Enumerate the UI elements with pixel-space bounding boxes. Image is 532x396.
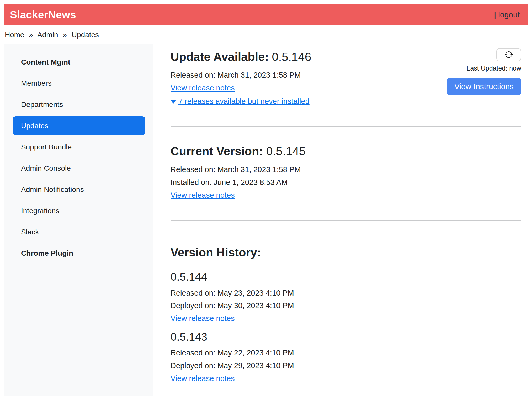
- history-release-notes-link[interactable]: View release notes: [171, 314, 235, 323]
- version-history-section: Version History: 0.5.144 Released on: Ma…: [171, 221, 521, 387]
- refresh-button[interactable]: [496, 48, 521, 61]
- version-history-heading: Version History:: [171, 246, 521, 259]
- update-available-version: 0.5.146: [272, 50, 311, 63]
- main-content: Last Updated: now View Instructions Upda…: [153, 44, 528, 396]
- sidebar-item-members[interactable]: Members: [13, 74, 145, 93]
- view-instructions-button[interactable]: View Instructions: [447, 78, 521, 95]
- refresh-icon: [504, 50, 513, 59]
- last-updated-text: Last Updated: now: [447, 65, 521, 72]
- sidebar-item-admin-notifications[interactable]: Admin Notifications: [13, 180, 145, 199]
- app-header: SlackerNews | logout: [4, 4, 528, 25]
- breadcrumb-item-updates: Updates: [72, 31, 99, 39]
- update-release-notes-link[interactable]: View release notes: [171, 84, 235, 92]
- sidebar-item-admin-console[interactable]: Admin Console: [13, 159, 145, 178]
- breadcrumb-separator: »: [63, 31, 67, 39]
- history-release-notes-link[interactable]: View release notes: [171, 374, 235, 383]
- history-released-text: Released on: May 23, 2023 4:10 PM: [171, 289, 521, 297]
- page-layout: Content Mgmt Members Departments Updates…: [4, 44, 528, 396]
- history-released-text: Released on: May 22, 2023 4:10 PM: [171, 349, 521, 357]
- sidebar-item-updates[interactable]: Updates: [13, 116, 145, 135]
- current-release-notes-link[interactable]: View release notes: [171, 191, 235, 200]
- sidebar-item-slack[interactable]: Slack: [13, 223, 145, 241]
- never-installed-toggle[interactable]: 7 releases available but never installed: [171, 97, 310, 106]
- current-released-text: Released on: March 31, 2023 1:58 PM: [171, 165, 521, 174]
- current-version-label: Current Version:: [171, 145, 263, 158]
- current-version-section: Current Version:0.5.145 Released on: Mar…: [171, 127, 521, 204]
- version-history-entry: 0.5.143 Released on: May 22, 2023 4:10 P…: [171, 331, 521, 387]
- update-tools: Last Updated: now View Instructions: [447, 48, 521, 95]
- current-installed-text: Installed on: June 1, 2023 8:53 AM: [171, 178, 521, 187]
- caret-down-icon: [171, 100, 176, 104]
- version-history-entry: 0.5.144 Released on: May 23, 2023 4:10 P…: [171, 271, 521, 327]
- breadcrumb: Home » Admin » Updates: [0, 25, 532, 44]
- sidebar-item-content-mgmt[interactable]: Content Mgmt: [13, 53, 145, 71]
- sidebar-item-integrations[interactable]: Integrations: [13, 201, 145, 220]
- history-version-number: 0.5.143: [171, 331, 521, 343]
- never-installed-label: 7 releases available but never installed: [178, 97, 310, 105]
- sidebar-item-chrome-plugin[interactable]: Chrome Plugin: [13, 244, 145, 263]
- sidebar-item-support-bundle[interactable]: Support Bundle: [13, 138, 145, 156]
- current-version-heading: Current Version:0.5.145: [171, 145, 521, 158]
- update-available-label: Update Available:: [171, 50, 269, 63]
- breadcrumb-item-home[interactable]: Home: [5, 31, 24, 39]
- breadcrumb-item-admin[interactable]: Admin: [37, 31, 58, 39]
- history-deployed-text: Deployed on: May 30, 2023 4:10 PM: [171, 302, 521, 310]
- logout-link[interactable]: | logout: [494, 10, 520, 19]
- history-deployed-text: Deployed on: May 29, 2023 4:10 PM: [171, 362, 521, 370]
- breadcrumb-separator: »: [29, 31, 33, 39]
- current-version-number: 0.5.145: [266, 145, 306, 158]
- history-version-number: 0.5.144: [171, 271, 521, 283]
- sidebar-nav: Content Mgmt Members Departments Updates…: [4, 44, 153, 396]
- sidebar-item-departments[interactable]: Departments: [13, 95, 145, 114]
- brand-title[interactable]: SlackerNews: [10, 9, 76, 21]
